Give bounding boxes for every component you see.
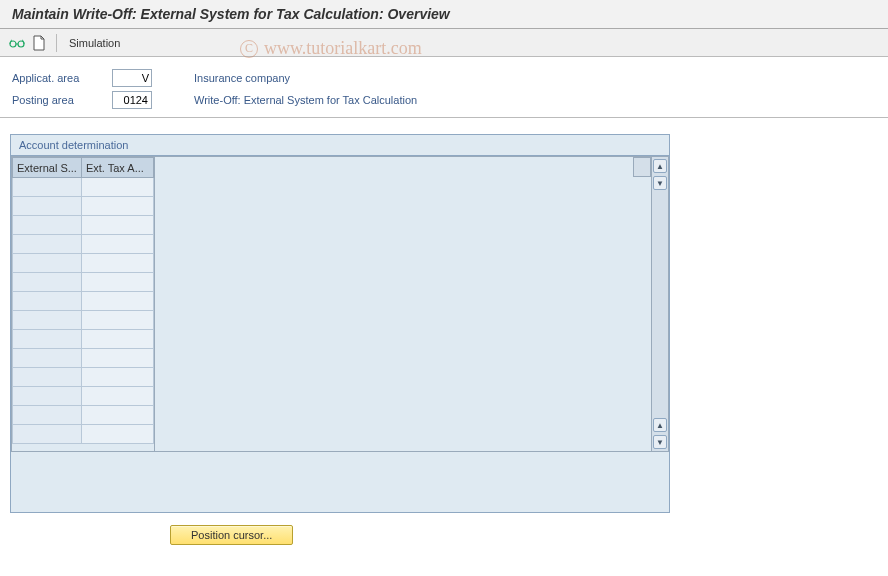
cell[interactable] [13,235,82,254]
cell[interactable] [81,406,153,425]
scroll-up-icon[interactable]: ▲ [653,159,667,173]
svg-point-1 [18,41,24,47]
col-external-s[interactable]: External S... [13,158,82,178]
toolbar: Simulation [0,29,888,57]
toolbar-separator [56,34,57,52]
cell[interactable] [81,349,153,368]
cell[interactable] [13,216,82,235]
panel-footer [11,452,669,512]
new-document-icon[interactable] [30,34,48,52]
applicat-area-input[interactable] [112,69,152,87]
grid-table: External S... Ext. Tax A... [12,157,154,444]
cell[interactable] [81,387,153,406]
posting-area-input[interactable] [112,91,152,109]
table-row[interactable] [13,254,154,273]
vertical-scrollbar[interactable]: ▲ ▼ ▲ ▼ [651,156,669,452]
cell[interactable] [13,311,82,330]
table-row[interactable] [13,273,154,292]
page-title: Maintain Write-Off: External System for … [0,0,888,29]
cell[interactable] [81,254,153,273]
cell[interactable] [81,216,153,235]
table-row[interactable] [13,425,154,444]
cell[interactable] [13,425,82,444]
scroll-up-icon[interactable]: ▲ [653,418,667,432]
table-row[interactable] [13,235,154,254]
panel-body: External S... Ext. Tax A... [11,156,669,452]
scroll-down-icon[interactable]: ▼ [653,435,667,449]
table-row[interactable] [13,387,154,406]
cell[interactable] [13,254,82,273]
cell[interactable] [13,368,82,387]
cell[interactable] [81,178,153,197]
posting-area-label: Posting area [12,94,112,106]
panel-title: Account determination [11,135,669,156]
posting-area-row: Posting area Write-Off: External System … [12,89,876,111]
scroll-down-icon[interactable]: ▼ [653,176,667,190]
table-row[interactable] [13,178,154,197]
grid-spacer [155,156,651,452]
table-row[interactable] [13,197,154,216]
cell[interactable] [81,311,153,330]
content-area: Account determination External S... Ext.… [0,118,888,555]
grid: External S... Ext. Tax A... [11,156,155,452]
cell[interactable] [81,330,153,349]
cell[interactable] [81,197,153,216]
table-row[interactable] [13,349,154,368]
cell[interactable] [13,349,82,368]
col-ext-tax-a[interactable]: Ext. Tax A... [81,158,153,178]
table-row[interactable] [13,216,154,235]
header-fields: Applicat. area Insurance company Posting… [0,57,888,118]
cell[interactable] [13,273,82,292]
cell[interactable] [13,330,82,349]
cell[interactable] [81,292,153,311]
cell[interactable] [81,273,153,292]
cell[interactable] [13,387,82,406]
posting-area-desc: Write-Off: External System for Tax Calcu… [194,94,417,106]
cell[interactable] [13,292,82,311]
simulation-button[interactable]: Simulation [65,37,124,49]
applicat-area-desc: Insurance company [194,72,290,84]
glasses-icon[interactable] [8,34,26,52]
account-determination-panel: Account determination External S... Ext.… [10,134,670,513]
title-text: Maintain Write-Off: External System for … [12,6,450,22]
bottom-bar: Position cursor... [10,525,878,545]
svg-point-0 [10,41,16,47]
cell[interactable] [13,197,82,216]
table-row[interactable] [13,406,154,425]
applicat-area-row: Applicat. area Insurance company [12,67,876,89]
cell[interactable] [81,368,153,387]
table-row[interactable] [13,368,154,387]
cell[interactable] [13,178,82,197]
cell[interactable] [81,425,153,444]
position-cursor-button[interactable]: Position cursor... [170,525,293,545]
applicat-area-label: Applicat. area [12,72,112,84]
config-column-button[interactable] [633,157,651,177]
table-row[interactable] [13,292,154,311]
table-row[interactable] [13,311,154,330]
cell[interactable] [13,406,82,425]
table-row[interactable] [13,330,154,349]
grid-header-row: External S... Ext. Tax A... [13,158,154,178]
cell[interactable] [81,235,153,254]
